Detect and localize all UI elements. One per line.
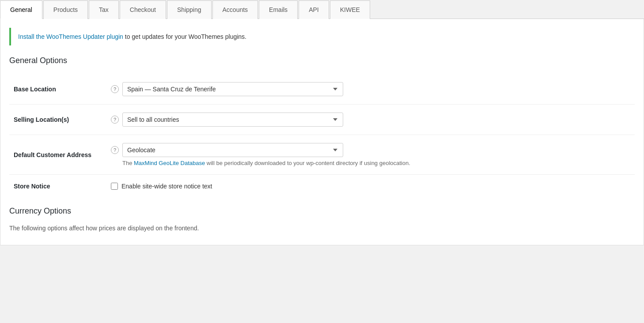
field-row-default-customer-address: ? Geolocate [111,143,630,157]
select-base-location[interactable]: Spain — Santa Cruz de Tenerife [122,82,343,96]
tab-checkout[interactable]: Checkout [120,0,166,19]
content-area: Install the WooThemes Updater plugin to … [0,19,644,245]
select-default-customer-address[interactable]: Geolocate [122,143,343,157]
field-selling-location: ? Sell to all countries [106,105,635,135]
tab-accounts[interactable]: Accounts [212,0,258,19]
label-base-location: Base Location [9,74,106,105]
page-wrapper: General Products Tax Checkout Shipping A… [0,0,644,245]
notice-text: Install the WooThemes Updater plugin to … [18,33,246,40]
checkbox-row-store-notice: Enable site-wide store notice text [111,183,630,190]
row-store-notice: Store Notice Enable site-wide store noti… [9,175,635,198]
tabs-bar: General Products Tax Checkout Shipping A… [0,0,644,19]
field-row-selling-location: ? Sell to all countries [111,113,630,127]
tab-shipping[interactable]: Shipping [167,0,212,19]
general-options-heading: General Options [9,56,635,65]
checkbox-store-notice[interactable] [111,183,118,190]
help-icon-base-location[interactable]: ? [111,85,119,93]
help-icon-default-customer-address[interactable]: ? [111,146,119,154]
currency-description: The following options affect how prices … [9,225,635,232]
tab-general[interactable]: General [0,0,42,19]
maxmind-link[interactable]: MaxMind GeoLite Database [134,160,205,166]
row-default-customer-address: Default Customer Address ? Geolocate The… [9,135,635,175]
geolocate-description: The MaxMind GeoLite Database will be per… [122,160,630,166]
field-base-location: ? Spain — Santa Cruz de Tenerife [106,74,635,105]
label-default-customer-address: Default Customer Address [9,135,106,175]
field-row-base-location: ? Spain — Santa Cruz de Tenerife [111,82,630,96]
geolocate-description-prefix: The [122,160,134,166]
select-selling-location[interactable]: Sell to all countries [122,113,343,127]
field-store-notice: Enable site-wide store notice text [106,175,635,198]
label-selling-location: Selling Location(s) [9,105,106,135]
geolocate-description-suffix: will be periodically downloaded to your … [205,160,410,166]
label-store-notice: Store Notice [9,175,106,198]
tab-api[interactable]: API [299,0,329,19]
help-icon-selling-location[interactable]: ? [111,116,119,124]
tab-emails[interactable]: Emails [259,0,298,19]
notice-suffix: to get updates for your WooThemes plugin… [123,33,246,40]
currency-options-heading: Currency Options [9,207,635,216]
field-default-customer-address: ? Geolocate The MaxMind GeoLite Database… [106,135,635,175]
settings-table: Base Location ? Spain — Santa Cruz de Te… [9,74,635,198]
row-base-location: Base Location ? Spain — Santa Cruz de Te… [9,74,635,105]
notice-link[interactable]: Install the WooThemes Updater plugin [18,33,123,40]
tab-products[interactable]: Products [43,0,88,19]
checkbox-label-store-notice: Enable site-wide store notice text [121,183,212,190]
row-selling-location: Selling Location(s) ? Sell to all countr… [9,105,635,135]
tab-tax[interactable]: Tax [89,0,119,19]
tab-kiwee[interactable]: KIWEE [330,0,370,19]
currency-section: Currency Options The following options a… [9,207,635,232]
notice-bar: Install the WooThemes Updater plugin to … [9,28,635,45]
